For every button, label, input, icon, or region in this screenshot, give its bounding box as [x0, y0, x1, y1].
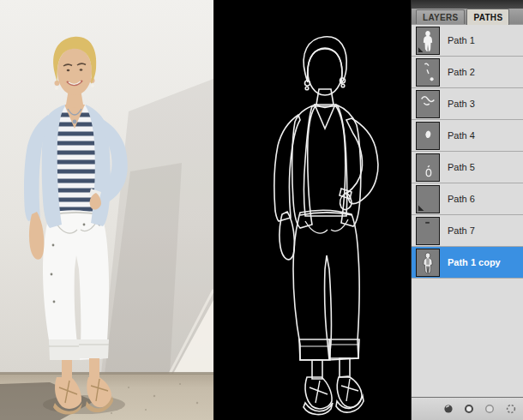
paths-panel: LAYERS PATHS Path 1 Path 2	[411, 0, 523, 420]
path-2-thumbnail	[416, 58, 440, 87]
path-row-2[interactable]: Path 2	[412, 57, 523, 88]
tab-layers[interactable]: LAYERS	[416, 9, 465, 24]
path-1-copy-thumbnail	[416, 249, 440, 277]
load-path-as-selection-icon[interactable]	[484, 404, 495, 414]
path-outline-figure	[213, 0, 411, 420]
path-row-6[interactable]: Path 6	[412, 183, 523, 215]
path-row-3[interactable]: Path 3	[412, 88, 523, 120]
path-row-1-copy[interactable]: Path 1 copy	[412, 247, 523, 279]
tab-paths[interactable]: PATHS	[466, 9, 509, 25]
source-photo-canvas[interactable]	[0, 0, 213, 420]
path-label: Path 3	[448, 99, 475, 109]
path-6-thumbnail	[416, 185, 440, 213]
photoshop-workspace: LAYERS PATHS Path 1 Path 2	[0, 0, 523, 420]
path-1-thumbnail	[416, 27, 440, 55]
path-5-thumbnail	[416, 153, 440, 182]
path-list: Path 1 Path 2 Path 3	[412, 25, 523, 397]
stroke-path-icon[interactable]	[464, 404, 474, 414]
path-outline-canvas[interactable]	[213, 0, 411, 420]
path-label: Path 7	[448, 225, 475, 236]
fill-path-icon[interactable]	[443, 404, 454, 414]
path-3-thumbnail	[416, 90, 440, 118]
path-label: Path 5	[448, 162, 475, 172]
path-label: Path 2	[448, 67, 475, 77]
path-label: Path 1	[448, 35, 475, 45]
panel-tab-bar: LAYERS PATHS	[412, 9, 523, 25]
path-7-thumbnail	[416, 217, 440, 245]
panel-header-bar	[412, 0, 523, 9]
path-label: Path 1 copy	[448, 257, 501, 267]
photo-illustration	[0, 0, 213, 420]
path-4-thumbnail	[416, 122, 440, 150]
path-row-4[interactable]: Path 4	[412, 120, 523, 152]
path-label: Path 4	[448, 130, 475, 141]
panel-footer-bar	[412, 397, 523, 420]
path-row-7[interactable]: Path 7	[412, 215, 523, 247]
path-row-5[interactable]: Path 5	[412, 152, 523, 183]
path-label: Path 6	[448, 194, 475, 204]
make-work-path-icon[interactable]	[505, 404, 517, 414]
path-row-1[interactable]: Path 1	[412, 25, 523, 57]
